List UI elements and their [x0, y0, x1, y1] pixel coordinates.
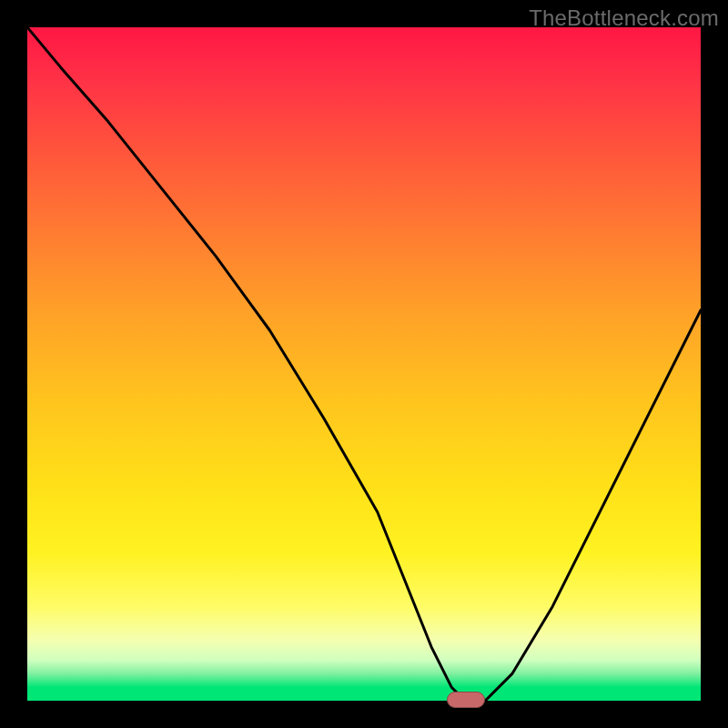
bottleneck-curve	[27, 27, 701, 701]
optimal-marker	[447, 692, 485, 708]
chart-container: TheBottleneck.com	[0, 0, 728, 728]
gradient-plot-area	[27, 27, 701, 701]
curve-svg	[27, 27, 701, 701]
